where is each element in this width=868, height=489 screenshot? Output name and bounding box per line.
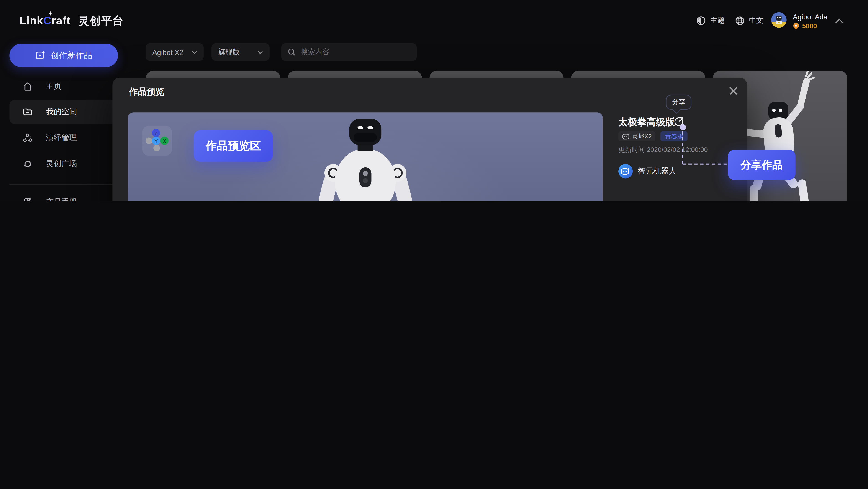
folder-icon xyxy=(23,107,33,117)
callout-preview-area-label: 作品预览区 xyxy=(206,139,261,153)
nodes-icon xyxy=(23,133,33,143)
guide-dot xyxy=(680,124,686,130)
close-button[interactable] xyxy=(728,86,740,97)
gem-icon xyxy=(793,22,799,30)
app-logo: LinkCraft 灵创平台 xyxy=(19,13,124,28)
create-work-label: 创作新作品 xyxy=(51,50,92,61)
collapse-chevron[interactable] xyxy=(835,16,844,26)
sidebar-item-plaza[interactable]: 灵创广场 xyxy=(9,152,118,176)
modal-title: 作品预览 xyxy=(129,86,164,98)
creator-robot-icon xyxy=(621,167,630,175)
chevron-up-icon xyxy=(835,18,844,24)
callout-share-work: 分享作品 xyxy=(728,150,795,180)
close-icon xyxy=(728,86,739,96)
theme-label: 主题 xyxy=(710,16,724,26)
gizmo-label-y: Y xyxy=(154,138,158,144)
gizmo-label-z: Z xyxy=(155,131,158,136)
app-root: LinkCraft 灵创平台 创作新作品 主页 我的空间 演绎管理 灵创广场 产… xyxy=(0,0,868,201)
gizmo-axis-neg-z[interactable] xyxy=(153,145,160,151)
robot-head-icon xyxy=(622,133,629,139)
model-dropdown-value: Agibot X2 xyxy=(152,48,183,56)
star-icon xyxy=(48,11,53,16)
share-tooltip: 分享 xyxy=(666,95,691,110)
coin-count: 5000 xyxy=(802,22,817,30)
callout-share-work-label: 分享作品 xyxy=(741,157,783,172)
sidebar-item-label: 演绎管理 xyxy=(46,133,77,143)
book-icon xyxy=(23,197,33,201)
axis-gizmo[interactable]: Z Y X xyxy=(142,126,172,156)
logo-text-raft: raft xyxy=(52,15,70,26)
home-icon xyxy=(23,81,33,91)
chevron-down-icon xyxy=(192,50,197,54)
create-video-icon xyxy=(35,50,45,60)
sidebar-item-label: 产品手册 xyxy=(46,197,77,201)
edition-dropdown-value: 旗舰版 xyxy=(218,47,240,57)
logo-text-cn: 灵创平台 xyxy=(79,15,124,26)
updated-time: 更新时间 2020/02/02 12:00:00 xyxy=(618,145,708,155)
robot-3d-model xyxy=(306,119,425,201)
avatar-robot-icon xyxy=(771,12,787,28)
creator-row[interactable]: 智元机器人 xyxy=(618,164,676,178)
gizmo-label-x: X xyxy=(163,138,166,144)
sidebar-item-manual[interactable]: 产品手册 xyxy=(9,190,118,201)
work-title: 太极拳高级版 xyxy=(618,116,675,128)
edition-badge-label: 青春版 xyxy=(665,132,683,141)
sidebar-item-label: 灵创广场 xyxy=(46,159,77,169)
creator-avatar xyxy=(618,164,633,178)
search-input[interactable]: 搜索内容 xyxy=(281,43,417,61)
language-label: 中文 xyxy=(749,16,764,26)
search-icon xyxy=(288,48,296,56)
chevron-down-icon xyxy=(257,50,263,54)
model-badge-label: 灵犀X2 xyxy=(632,132,652,141)
language-switcher[interactable]: 中文 xyxy=(735,13,764,28)
create-work-button[interactable]: 创作新作品 xyxy=(9,44,118,67)
logo-text-link: Link xyxy=(19,15,43,26)
model-badge: 灵犀X2 xyxy=(618,132,656,141)
guide-line xyxy=(683,164,727,165)
search-placeholder: 搜索内容 xyxy=(301,47,329,57)
edition-badge: 青春版 xyxy=(661,132,688,141)
globe-icon xyxy=(735,16,745,25)
coin-balance: 5000 xyxy=(793,22,817,30)
share-tooltip-label: 分享 xyxy=(672,97,685,107)
sidebar-item-label: 主页 xyxy=(46,81,62,91)
sidebar-item-my-space[interactable]: 我的空间 xyxy=(9,100,118,124)
work-badges: 灵犀X2 青春版 xyxy=(618,132,688,141)
theme-icon xyxy=(696,16,706,25)
sidebar-divider xyxy=(9,184,118,184)
gizmo-axis-neg-x[interactable] xyxy=(146,138,152,144)
edition-dropdown[interactable]: 旗舰版 xyxy=(211,43,270,61)
model-dropdown[interactable]: Agibot X2 xyxy=(146,43,204,61)
sidebar-item-home[interactable]: 主页 xyxy=(9,74,118,99)
guide-line xyxy=(682,132,683,164)
creator-name: 智元机器人 xyxy=(638,166,676,176)
username: Agibot Ada xyxy=(793,13,828,21)
callout-preview-area: 作品预览区 xyxy=(194,130,273,162)
theme-toggle[interactable]: 主题 xyxy=(696,13,725,28)
sidebar-item-label: 我的空间 xyxy=(46,107,77,117)
logo-letter-c: C xyxy=(43,15,52,26)
sidebar-item-performance[interactable]: 演绎管理 xyxy=(9,126,118,150)
user-avatar[interactable] xyxy=(771,12,787,28)
planet-icon xyxy=(23,159,33,169)
